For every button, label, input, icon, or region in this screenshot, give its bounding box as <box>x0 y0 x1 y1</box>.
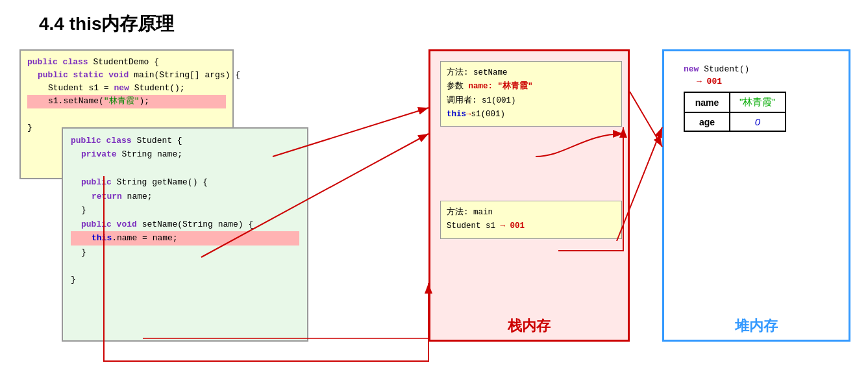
code-line-2: public static void main(String[] args) { <box>27 69 226 82</box>
sc-line-3: public String getName() { <box>71 175 299 189</box>
field-age-label: age <box>684 112 730 131</box>
sc-line-6: public void setName(String name) { <box>71 218 299 231</box>
main-frame: 方法: main Student s1 → 001 <box>440 201 622 239</box>
main-method-label: 方法: main <box>447 206 615 220</box>
heap-content: new Student() → 001 name "林青霞" age 0 <box>684 64 786 132</box>
sc-line-2: private String name; <box>71 147 299 161</box>
heap-addr: → 001 <box>684 77 786 86</box>
code-line-1: public class StudentDemo { <box>27 56 226 69</box>
setname-method-label: 方法: setName <box>447 66 615 80</box>
heap-table-row-age: age 0 <box>684 112 786 131</box>
main-student-label: Student s1 → 001 <box>447 220 615 233</box>
student-class-box: public class Student { private String na… <box>62 127 308 342</box>
heap-memory-box: new Student() → 001 name "林青霞" age 0 堆内存 <box>662 49 850 342</box>
stack-label: 栈内存 <box>508 316 551 336</box>
heap-object-table: name "林青霞" age 0 <box>684 92 786 132</box>
stack-memory-box: 方法: setName 参数 name: "林青霞" 调用者: s1(001) … <box>428 49 630 342</box>
setname-this-label: this→s1(001) <box>447 108 615 121</box>
sc-line-5: } <box>71 203 299 217</box>
sc-line-9: } <box>71 273 299 286</box>
code-line-3: Student s1 = new Student(); <box>27 82 226 95</box>
field-name-value: "林青霞" <box>730 92 786 112</box>
page-title: 4.4 this内存原理 <box>0 0 868 43</box>
sc-line-7: this.name = name; <box>71 231 299 245</box>
main-area: public class StudentDemo { public static… <box>0 43 868 374</box>
sc-line-1: public class Student { <box>71 134 299 147</box>
field-age-value: 0 <box>730 112 786 131</box>
code-line-4: s1.setName("林青霞"); <box>27 95 226 108</box>
heap-table-row-name: name "林青霞" <box>684 92 786 112</box>
heap-label: 堆内存 <box>735 316 778 336</box>
sc-line-8: } <box>71 246 299 259</box>
setname-frame: 方法: setName 参数 name: "林青霞" 调用者: s1(001) … <box>440 61 622 127</box>
setname-caller-label: 调用者: s1(001) <box>447 94 615 108</box>
field-name-label: name <box>684 92 730 112</box>
setname-param-label: 参数 name: "林青霞" <box>447 80 615 94</box>
heap-new-student-label: new Student() <box>684 64 786 74</box>
sc-line-4: return name; <box>71 190 299 203</box>
